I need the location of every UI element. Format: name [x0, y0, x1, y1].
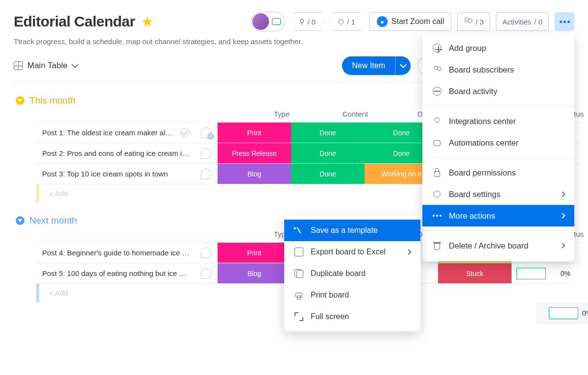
menu-item-label: Board settings: [449, 190, 500, 199]
present-icon: [272, 18, 281, 25]
people-icon: [432, 65, 442, 75]
members-icon: [464, 17, 472, 26]
activities-pill[interactable]: Activities / 0: [496, 12, 549, 31]
item-title-cell[interactable]: Post 3: Top 10 ice cream spots in town: [36, 164, 218, 184]
menu-item-label: Board subscribers: [449, 65, 514, 75]
automations-pill[interactable]: ⬡ / 1: [330, 12, 364, 31]
zoom-icon: ■: [377, 16, 388, 27]
menu-item-delete-archive-board[interactable]: Delete / Archive board: [422, 235, 574, 256]
progress-cell[interactable]: [512, 263, 551, 283]
conversation-icon[interactable]: [201, 268, 212, 279]
print-icon: [294, 290, 304, 300]
menu-item-board-permissions[interactable]: Board permissions: [422, 162, 574, 183]
star-icon[interactable]: ★: [141, 14, 153, 30]
copy-icon: [294, 269, 304, 278]
view-selector[interactable]: Main Table: [14, 61, 77, 71]
integrations-count: / 0: [307, 18, 316, 26]
owner-avatar-group[interactable]: [251, 12, 285, 31]
menu-item-integrations-center[interactable]: Integrations center: [422, 110, 574, 132]
menu-item-label: Delete / Archive board: [449, 241, 528, 250]
robot-icon: [432, 138, 442, 148]
menu-item-label: Save as a template: [311, 226, 378, 235]
integrations-pill[interactable]: ⚲ / 0: [291, 12, 324, 31]
new-item-button[interactable]: New Item: [342, 56, 395, 75]
status-cell[interactable]: Stuck: [438, 263, 512, 283]
column-header[interactable]: Type: [245, 110, 318, 118]
lock-icon: [432, 168, 442, 177]
menu-item-label: Automations center: [449, 138, 518, 148]
submenu-item-save-as-a-template[interactable]: Save as a template: [284, 220, 420, 241]
zoom-button[interactable]: ■ Start Zoom call: [369, 12, 452, 31]
submenu-item-duplicate-board[interactable]: Duplicate board: [284, 263, 420, 284]
board-title: Editorial Calendar: [14, 13, 135, 30]
chevron-right-icon: [406, 249, 411, 254]
conversation-icon[interactable]: [201, 169, 212, 179]
item-title: Post 2: Pros and cons of eating ice crea…: [42, 149, 189, 157]
plus-circle-icon: [432, 43, 442, 53]
xl-icon: [294, 247, 304, 257]
conversation-icon[interactable]: [201, 127, 212, 138]
progress-bar: [516, 268, 546, 279]
progress-percent: 0%: [561, 270, 570, 277]
menu-item-label: Print board: [311, 291, 349, 300]
item-title-cell[interactable]: Post 5: 100 days of eating nothing but i…: [36, 263, 218, 283]
submenu-item-full-screen[interactable]: Full screen: [284, 306, 420, 327]
group-title: This month: [29, 95, 75, 106]
members-pill[interactable]: / 3: [457, 12, 490, 31]
board-options-menu: Add group Board subscribers Board activi…: [422, 32, 574, 261]
menu-item-board-settings[interactable]: Board settings: [422, 183, 574, 205]
submenu-item-print-board[interactable]: Print board: [284, 284, 420, 306]
type-cell[interactable]: Press Release: [218, 143, 291, 163]
chevron-down-icon: [72, 61, 78, 68]
new-item-dropdown[interactable]: [395, 56, 411, 75]
submenu-item-export-board-to-excel[interactable]: Export board to Excel: [284, 241, 420, 263]
chevron-right-icon: [560, 243, 565, 248]
content-cell[interactable]: Done: [291, 164, 365, 184]
type-cell[interactable]: Print: [218, 123, 291, 143]
gear-icon: [432, 189, 442, 199]
more-options-button[interactable]: [555, 12, 574, 31]
menu-item-label: Add group: [449, 44, 486, 53]
integrations-icon: ⚲: [299, 18, 304, 25]
content-cell[interactable]: Done: [291, 143, 365, 163]
menu-item-label: Full screen: [311, 312, 349, 321]
more-actions-submenu: Save as a template Export board to Excel…: [284, 216, 420, 331]
check-icon: [180, 128, 190, 138]
automations-count: / 1: [347, 18, 355, 26]
board-header: Editorial Calendar ★ ⚲ / 0 ⬡ / 1 ■ Start…: [14, 12, 574, 31]
more-icon: [560, 21, 570, 23]
menu-item-board-subscribers[interactable]: Board subscribers: [422, 59, 574, 80]
item-title-cell[interactable]: Post 2: Pros and cons of eating ice crea…: [36, 143, 218, 163]
pulse-icon: [432, 86, 442, 96]
group-collapse-icon: [16, 96, 24, 105]
chevron-right-icon: [560, 191, 565, 197]
chevron-down-icon: [399, 61, 406, 68]
type-cell[interactable]: Blog: [218, 263, 291, 283]
type-cell[interactable]: Blog: [218, 164, 291, 184]
menu-item-more-actions[interactable]: More actions: [422, 205, 574, 226]
menu-item-board-activity[interactable]: Board activity: [422, 80, 574, 102]
menu-item-add-group[interactable]: Add group: [422, 37, 574, 59]
wand-icon: [294, 225, 304, 235]
item-title-cell[interactable]: Post 1: The oldest ice cream maker al…: [36, 123, 218, 143]
content-cell[interactable]: Done: [291, 123, 365, 143]
full-icon: [294, 312, 304, 322]
item-title: Post 5: 100 days of eating nothing but i…: [42, 269, 186, 277]
type-cell[interactable]: Print: [218, 243, 291, 263]
item-title: Post 3: Top 10 ice cream spots in town: [42, 170, 168, 178]
conversation-icon[interactable]: [201, 148, 212, 159]
item-title-cell[interactable]: Post 4: Beginner's guide to homemade ice…: [36, 243, 218, 263]
menu-item-label: More actions: [449, 211, 495, 221]
chevron-right-icon: [560, 213, 565, 218]
group-title: Next month: [29, 215, 77, 226]
menu-item-label: Board activity: [449, 87, 497, 96]
column-header[interactable]: Content: [318, 110, 392, 118]
dots-icon: [432, 211, 442, 221]
menu-item-automations-center[interactable]: Automations center: [422, 132, 574, 153]
avatar: [252, 13, 269, 30]
item-title: Post 1: The oldest ice cream maker al…: [42, 128, 173, 137]
summary-progress: 0%: [536, 302, 588, 325]
trash-icon: [432, 241, 442, 250]
conversation-icon[interactable]: [201, 248, 212, 258]
table-icon: [14, 61, 23, 70]
